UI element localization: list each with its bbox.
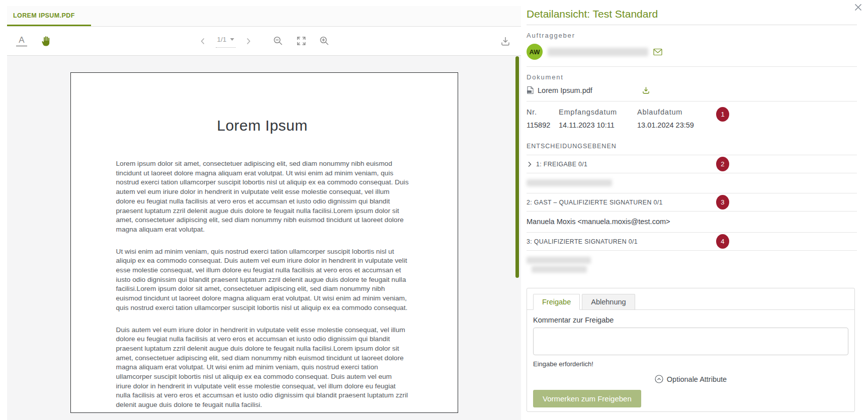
optional-attributes-toggle[interactable]: Optionale Attribute: [533, 375, 848, 383]
participant-name-redacted: [532, 266, 587, 273]
pdf-document-title: Lorem Ipsum: [116, 117, 409, 134]
pdf-canvas-area[interactable]: Lorem Ipsum Lorem ipsum dolor sit amet, …: [7, 56, 521, 420]
level-3-title: 3: QUALIFIZIERTE SIGNATUREN 0/1: [527, 238, 638, 245]
optional-attributes-label: Optionale Attribute: [667, 375, 727, 383]
decision-levels-heading: ENTSCHEIDUNGSEBENEN: [527, 143, 857, 155]
required-hint: Eingabe erforderlich!: [533, 360, 848, 368]
document-tab-bar: LOREM IPSUM.PDF: [7, 6, 521, 27]
file-download-button[interactable]: [641, 85, 651, 95]
detail-panel-scrollbar[interactable]: [515, 56, 519, 278]
text-select-tool-button[interactable]: A: [16, 36, 27, 47]
pdf-viewer-panel: LOREM IPSUM.PDF A 1/: [7, 0, 521, 420]
client-name-redacted: [548, 48, 648, 56]
send-mail-button[interactable]: [653, 48, 662, 56]
fullscreen-button[interactable]: [296, 36, 306, 46]
app-window: LOREM IPSUM.PDF A 1/: [0, 0, 868, 420]
zoom-in-icon: [319, 36, 329, 46]
comment-label: Kommentar zur Freigabe: [533, 316, 848, 324]
file-download-icon: [641, 85, 651, 95]
meta-value-expiry: 13.01.2024 23:59: [637, 121, 857, 129]
page-navigation: 1/1: [199, 27, 330, 55]
detail-panel: Detailansicht: Test Standard Auftraggebe…: [527, 0, 857, 420]
text-select-icon: A: [19, 36, 24, 44]
pdf-paragraph: Duis autem vel eum iriure dolor in hendr…: [116, 326, 409, 410]
client-section-label: Auftraggeber: [527, 32, 857, 39]
viewer-toolbar: A 1/1: [7, 27, 521, 56]
level-1-participant: [527, 173, 857, 193]
status-badge-3: 3: [716, 195, 729, 209]
status-badge-4: 4: [716, 234, 729, 249]
document-file-row: Lorem Ipsum.pdf: [527, 85, 857, 101]
level-2-header[interactable]: 2: GAST – QUALIFIZIERTE SIGNATUREN 0/1 3: [527, 193, 857, 211]
decision-action-card: Freigabe Ablehnung Kommentar zur Freigab…: [527, 288, 855, 412]
level-3-participant: [527, 250, 857, 279]
document-tab-label: LOREM IPSUM.PDF: [13, 12, 75, 19]
zoom-tools: [273, 36, 329, 46]
participant-name-redacted: [527, 179, 612, 186]
meta-value-received: 14.11.2023 10:11: [559, 121, 637, 129]
download-icon: [500, 36, 511, 47]
meta-col-received: Empfangsdatum: [559, 108, 637, 116]
chevron-right-icon: [527, 161, 533, 167]
hand-icon: [41, 35, 53, 47]
zoom-in-button[interactable]: [319, 36, 329, 46]
download-document-button[interactable]: [500, 36, 511, 47]
tool-group-left: A: [16, 35, 53, 47]
pdf-paragraph: Lorem ipsum dolor sit amet, consectetuer…: [116, 159, 409, 235]
previous-page-button[interactable]: [199, 37, 208, 46]
pdf-page: Lorem Ipsum Lorem ipsum dolor sit amet, …: [70, 72, 458, 413]
next-page-button[interactable]: [243, 37, 252, 46]
meta-col-nr: Nr.: [527, 108, 559, 116]
decision-tab-strip: Freigabe Ablehnung: [527, 288, 854, 310]
level-2-participant: Manuela Moxis <manuela.moxis@test.com>: [527, 211, 857, 232]
approval-form: Kommentar zur Freigabe Eingabe erforderl…: [527, 310, 854, 407]
avatar: AW: [527, 44, 543, 60]
envelope-icon: [653, 48, 662, 56]
document-section-label: Dokument: [527, 73, 857, 81]
level-1-header[interactable]: 1: FREIGABE 0/1 2: [527, 155, 857, 173]
pdf-file-icon: [527, 86, 534, 94]
detail-panel-title: Detailansicht: Test Standard: [527, 8, 857, 25]
meta-col-expiry: Ablaufdatum: [637, 108, 857, 116]
tab-ablehnung[interactable]: Ablehnung: [582, 294, 635, 310]
status-badge-1: 1: [716, 107, 729, 122]
participant-name-redacted: [527, 257, 591, 264]
pdf-paragraph: Ut wisi enim ad minim veniam, quis nostr…: [116, 247, 409, 313]
meta-header-row: Nr. Empfangsdatum Ablaufdatum: [527, 108, 857, 116]
page-indicator-label: 1/1: [217, 36, 227, 43]
close-detail-button[interactable]: [853, 3, 863, 12]
fullscreen-expand-icon: [296, 36, 306, 46]
close-icon: [853, 3, 863, 12]
text-select-underline: [16, 45, 27, 47]
page-indicator-dropdown[interactable]: 1/1: [216, 34, 236, 48]
level-2-title: 2: GAST – QUALIFIZIERTE SIGNATUREN 0/1: [527, 199, 663, 206]
meta-value-nr: 115892: [527, 121, 559, 129]
tab-lorem-ipsum-pdf[interactable]: LOREM IPSUM.PDF: [7, 6, 91, 26]
zoom-out-icon: [273, 36, 283, 46]
caret-down-icon: [230, 38, 234, 41]
status-badge-2: 2: [716, 157, 729, 171]
chevron-left-icon: [199, 37, 208, 46]
tab-freigabe[interactable]: Freigabe: [533, 294, 580, 310]
chevron-right-icon: [243, 37, 252, 46]
client-row: AW: [527, 44, 857, 67]
document-file-name[interactable]: Lorem Ipsum.pdf: [538, 86, 592, 94]
hand-pan-tool-button[interactable]: [41, 35, 53, 47]
level-1-title: 1: FREIGABE 0/1: [536, 161, 587, 168]
zoom-out-button[interactable]: [273, 36, 283, 46]
submit-approval-button[interactable]: Vormerken zum Freigeben: [533, 390, 641, 407]
meta-value-row: 115892 14.11.2023 10:11 13.01.2024 23:59: [527, 116, 857, 129]
document-meta-table: Nr. Empfangsdatum Ablaufdatum 115892 14.…: [527, 108, 857, 129]
comment-input[interactable]: [533, 328, 848, 355]
chevron-up-circle-icon: [655, 375, 663, 383]
level-3-header[interactable]: 3: QUALIFIZIERTE SIGNATUREN 0/1 4: [527, 232, 857, 250]
